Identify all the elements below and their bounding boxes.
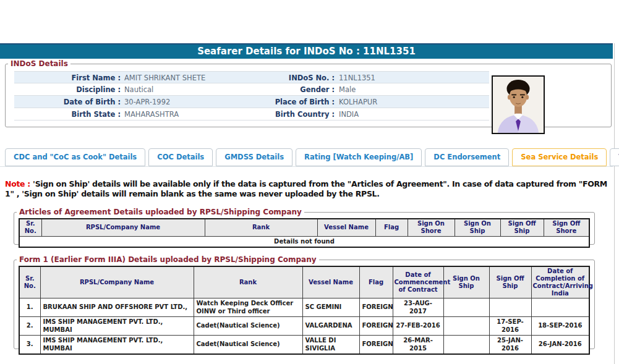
form1-col-sign-on-ship: Sign On Ship [443,266,489,298]
articles-empty-row: Details not found [19,236,589,247]
commencement-cell: 27-FEB-2016 [393,317,443,336]
articles-header-row: Sr. No. RPSL/Company Name Rank Vessel Na… [19,219,589,236]
tabs-underline [0,166,613,167]
form1-col-sr-no: Sr. No. [19,266,40,298]
commencement-cell: 26-MAR-2015 [393,336,443,355]
tab-sea-service-details[interactable]: Sea Service Details [512,148,607,166]
flag-cell: FOREIGN [359,298,393,317]
form1-col-sign-off-ship: Sign Off Ship [489,266,531,298]
indos-details-legend: INDoS Details [8,59,70,68]
articles-col-sign-on-ship: Sign On Ship [455,219,500,236]
sr-no-cell: 1. [19,298,40,317]
indos-row-first-name: First Name : AMIT SHRIKANT SHETE INDoS N… [14,71,489,83]
form1-row-2: 2. IMS SHIP MANAGEMENT PVT. LTD., MUMBAI… [19,317,589,336]
articles-legend: Articles of Agreement Details uploaded b… [17,208,304,216]
rank-cell: Cadet(Nautical Science) [194,317,302,336]
completion-cell: 18-SEP-2016 [531,317,589,336]
form1-col-rank: Rank [194,266,302,298]
sign-off-ship-cell: 25-JAN-2016 [489,336,531,355]
page-right-border [614,43,615,364]
indos-details-fieldset: INDoS Details First Name : AMIT SHRIKANT… [5,59,612,127]
articles-of-agreement-fieldset: Articles of Agreement Details uploaded b… [14,208,595,245]
form1-row-3: 3. IMS SHIP MANAGEMENT PVT. LTD., MUMBAI… [19,336,589,355]
rank-cell: Cadet(Nautical Science) [194,336,302,355]
sr-no-cell: 2. [19,317,40,336]
form1-table: Sr. No. RPSL/Company Name Rank Vessel Na… [19,266,590,355]
date-of-birth-value: 30-APR-1992 [124,96,233,108]
vessel-cell: SC GEMINI [302,298,359,317]
details-not-found-message: Details not found [19,236,589,247]
tab-coc-details[interactable]: COC Details [148,148,213,166]
seafarer-photo-illustration [493,77,544,133]
sign-off-ship-cell: 17-SEP-2016 [489,317,531,336]
tab-gmdss-details[interactable]: GMDSS Details [216,148,292,166]
articles-col-sign-on-shore: Sign On Shore [408,219,455,236]
completion-cell: 26-JAN-2016 [531,336,589,355]
articles-col-flag: Flag [375,219,408,236]
sign-on-ship-cell [443,298,489,317]
indos-details-rows: First Name : AMIT SHRIKANT SHETE INDoS N… [14,71,489,121]
form1-col-company: RPSL/Company Name [40,266,194,298]
first-name-value: AMIT SHRIKANT SHETE [124,72,233,83]
completion-cell [531,298,589,317]
flag-cell: FOREIGN [359,336,393,355]
articles-table: Sr. No. RPSL/Company Name Rank Vessel Na… [19,218,590,248]
form1-col-vessel: Vessel Name [302,266,359,298]
indos-no-label: INDoS No. : [233,72,335,83]
vessel-cell: VALLE DI SIVIGLIA [302,336,359,355]
note-text: 'Sign on Ship' details will be available… [5,179,607,198]
detail-tabs: CDC and "CoC as Cook" Details COC Detail… [5,148,619,166]
form1-legend: Form 1 (Earlier Form IIIA) Details uploa… [17,255,319,264]
sign-off-ship-cell [489,298,531,317]
birth-country-label: Birth Country : [233,108,335,120]
place-of-birth-value: KOLHAPUR [339,96,489,108]
sign-on-ship-cell [443,336,489,355]
articles-col-vessel: Vessel Name [317,219,375,236]
form1-header-row: Sr. No. RPSL/Company Name Rank Vessel Na… [19,266,589,298]
birth-state-value: MAHARASHTRA [124,108,233,120]
indos-row-discipline: Discipline : Nautical Gender : Male [14,83,489,96]
flag-cell: FOREIGN [359,317,393,336]
indos-no-value: 11NL1351 [339,72,489,83]
note-prefix: Note : [5,179,33,188]
form1-col-commencement: Date of Commencement of Contract [393,266,443,298]
gender-label: Gender : [233,83,335,95]
date-of-birth-label: Date of Birth : [14,96,121,108]
indos-row-birth-date: Date of Birth : 30-APR-1992 Place of Bir… [14,96,489,108]
discipline-label: Discipline : [14,83,121,95]
tab-training-details[interactable]: Training Details [610,148,619,166]
articles-col-company: RPSL/Company Name [41,219,205,236]
form1-row-1: 1. BRUKAAN SHIP AND OFFSHORE PVT LTD., W… [19,298,589,317]
birth-state-label: Birth State : [14,108,121,120]
sr-no-cell: 3. [19,336,40,355]
form1-fieldset: Form 1 (Earlier Form IIIA) Details uploa… [14,255,595,349]
company-cell: IMS SHIP MANAGEMENT PVT. LTD., MUMBAI [40,317,194,336]
articles-col-sign-off-ship: Sign Off Ship [500,219,544,236]
form1-col-flag: Flag [359,266,393,298]
company-cell: BRUKAAN SHIP AND OFFSHORE PVT LTD., [40,298,194,317]
place-of-birth-label: Place of Birth : [233,96,335,108]
first-name-label: First Name : [14,72,121,83]
form1-col-completion: Date of Completion of Contract/Arriving … [531,266,589,298]
sign-on-ship-cell [443,317,489,336]
gender-value: Male [339,83,489,95]
seafarer-photo [492,75,545,134]
tab-cdc-coc-as-cook[interactable]: CDC and "CoC as Cook" Details [5,148,145,166]
discipline-value: Nautical [124,83,233,95]
tab-dc-endorsement[interactable]: DC Endorsement [425,148,509,166]
commencement-cell: 23-AUG-2017 [393,298,443,317]
articles-col-sr-no: Sr. No. [19,219,41,236]
company-cell: IMS SHIP MANAGEMENT PVT. LTD., MUMBAI [40,336,194,355]
page-title: Seafarer Details for INDoS No : 11NL1351 [0,43,613,59]
indos-row-birth-state: Birth State : MAHARASHTRA Birth Country … [14,108,489,121]
articles-col-sign-off-shore: Sign Off Shore [544,219,589,236]
birth-country-value: INDIA [339,108,489,120]
articles-col-rank: Rank [205,219,317,236]
seafarer-details-page: Seafarer Details for INDoS No : 11NL1351… [0,0,619,364]
vessel-cell: VALGARDENA [302,317,359,336]
sign-on-ship-note: Note : 'Sign on Ship' details will be av… [5,179,615,198]
rank-cell: Watch Keeping Deck Officer OINW or Third… [194,298,302,317]
tab-rating-watchkeeping[interactable]: Rating [Watch Keeping/AB] [296,148,422,166]
